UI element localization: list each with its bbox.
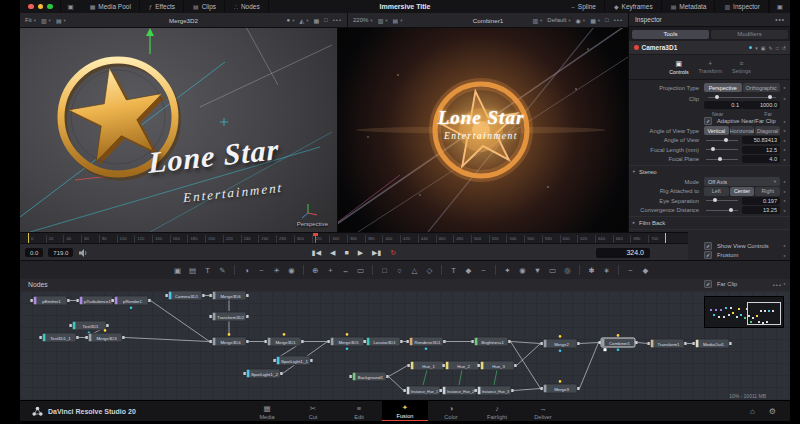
node-Text3D1[interactable]: Text3D1 [69,321,108,334]
option-right[interactable]: Right [755,187,780,196]
node-input[interactable] [598,341,600,344]
inspector-tab-modifiers[interactable]: Modifiers [711,30,788,39]
node-MediaOut1[interactable]: MediaOut1 [692,339,731,348]
node-SpotLight1_2[interactable]: SpotLight1_2 [243,369,282,378]
node-mask-input[interactable] [617,334,620,337]
checkbox-show-view-controls[interactable]: ✓ [704,242,712,250]
pick-icon[interactable]: ✎ [769,45,773,51]
node-mask-input[interactable] [346,333,349,336]
tool-shape-3d-icon[interactable]: ◆ [461,266,476,275]
node-effect-input[interactable] [425,348,428,351]
reset-icon[interactable]: ↺ [782,45,786,51]
keyframe-dot[interactable]: ● [780,189,789,194]
expand-viewer-button[interactable]: □ [605,17,609,23]
stop-button[interactable]: ■ [344,249,348,256]
node-input[interactable] [692,342,694,345]
inspector-options-menu[interactable]: ••• [775,16,785,23]
node-output[interactable] [729,342,731,345]
node-connection[interactable] [389,366,408,377]
node-connection[interactable] [580,343,599,344]
tool-ellipse-mask-icon[interactable]: ○ [392,266,407,275]
node-input[interactable] [209,340,211,343]
lut-dropdown[interactable]: Default▾ [547,17,570,23]
tool-p-emitter-icon[interactable]: ✱ [584,266,599,275]
node-input[interactable] [540,387,542,390]
checkbox-frustum[interactable]: ✓ [704,251,712,259]
node-output[interactable] [246,315,248,318]
node-connection[interactable] [459,370,462,385]
node-input[interactable] [69,324,71,327]
node-connection[interactable] [638,343,648,344]
page-tab-media[interactable]: ▦Media [244,401,290,421]
page-tab-fusion[interactable]: ✦Fusion [382,401,428,421]
node-effect-input[interactable] [617,349,620,352]
node-SpotLight1_1[interactable]: SpotLight1_1 [273,356,312,365]
menubar-spline-button[interactable]: ~Spline [562,0,605,13]
node-Merge3D6[interactable]: Merge3D6 [209,291,248,300]
page-tab-color[interactable]: ◑Color [428,401,474,421]
node-output[interactable] [514,364,516,367]
node-graph-minimap[interactable] [704,296,784,328]
viewer-indicator[interactable] [604,348,607,351]
keyframe-dot[interactable]: ● [780,93,789,117]
tool-bspline-mask-icon[interactable]: ◇ [422,266,437,275]
keyframe-dot[interactable]: ● [780,147,789,152]
node-input[interactable] [264,340,266,343]
node-input[interactable] [30,299,32,302]
checkbox-far-clip[interactable]: ✓ [704,280,712,288]
tool-polygon-mask-icon[interactable]: △ [407,266,422,275]
node-input[interactable] [474,389,476,392]
node-output[interactable] [67,299,69,302]
layout-view-dropdown[interactable]: ▤▾ [56,17,66,24]
tool-renderer-3d-icon[interactable]: ◎ [560,266,575,275]
node-mask-input[interactable] [104,329,107,332]
option-left[interactable]: Left [704,187,729,196]
node-input[interactable] [406,340,408,343]
minimize-window-icon[interactable] [38,4,44,10]
range-slider[interactable] [708,97,776,98]
tool-image-plane-3d-icon[interactable]: ▭ [545,266,560,275]
node-output[interactable] [400,340,402,343]
menubar-clips-button[interactable]: ▤Clips [184,0,225,13]
node-connection[interactable] [580,343,599,389]
node-output[interactable] [106,324,108,327]
menubar-metadata-button[interactable]: ▤Metadata [662,0,716,13]
node-output[interactable] [148,299,150,302]
inspector-tab-tools[interactable]: Tools [632,30,709,39]
node-connection[interactable] [511,342,541,344]
page-tab-edit[interactable]: ≡Edit [336,401,382,421]
node-output[interactable] [508,340,510,343]
node-effect-input[interactable] [559,350,562,353]
node-Merge3[interactable]: Merge3 [540,380,579,393]
node-input[interactable] [540,342,542,345]
node-output[interactable] [246,294,248,297]
keyframe-dot[interactable]: ● [780,138,789,143]
tool-text-3d-icon[interactable]: T [446,266,461,275]
node-tile-color-icon[interactable] [749,46,753,50]
node-pRender1[interactable]: pRender1 [111,296,150,309]
node-Merge3D1[interactable]: Merge3D1 [264,333,303,346]
node-output[interactable] [280,372,282,375]
node-Combiner1[interactable]: Combiner1 [598,334,637,351]
tool-color-corrector-icon[interactable]: ◑ [239,266,254,275]
chevron-down-icon[interactable]: ▾ [629,169,639,174]
node-input[interactable] [209,294,211,297]
node-input[interactable] [349,375,351,378]
node-Locator3D1[interactable]: Locator3D1 [363,337,402,346]
node-input[interactable] [209,315,211,318]
node-effect-input[interactable] [346,348,349,351]
option-horizontal[interactable]: Horizontal [730,126,755,135]
tool-bender-3d-icon[interactable]: ~ [476,266,491,275]
menubar-effects-button[interactable]: ƒEffects [140,0,184,13]
node-output[interactable] [122,336,124,339]
slider-eye-separation[interactable] [706,200,738,201]
node-connection[interactable] [389,377,404,391]
node-Instance_Hue_3[interactable]: Instance_Hue_3 [474,386,513,395]
keyframe-dot[interactable]: ● [780,179,789,184]
tool-color-curves-icon[interactable]: ~ [254,266,269,275]
settings-gear-icon[interactable]: ⚙ [769,407,776,416]
tool-rectangle-mask-icon[interactable]: □ [377,266,392,275]
subtab-controls[interactable]: ▣Controls [669,60,688,75]
near-value-field[interactable]: 0.1 [704,101,742,109]
workspace-overlay-button[interactable]: ▣ [769,0,790,13]
